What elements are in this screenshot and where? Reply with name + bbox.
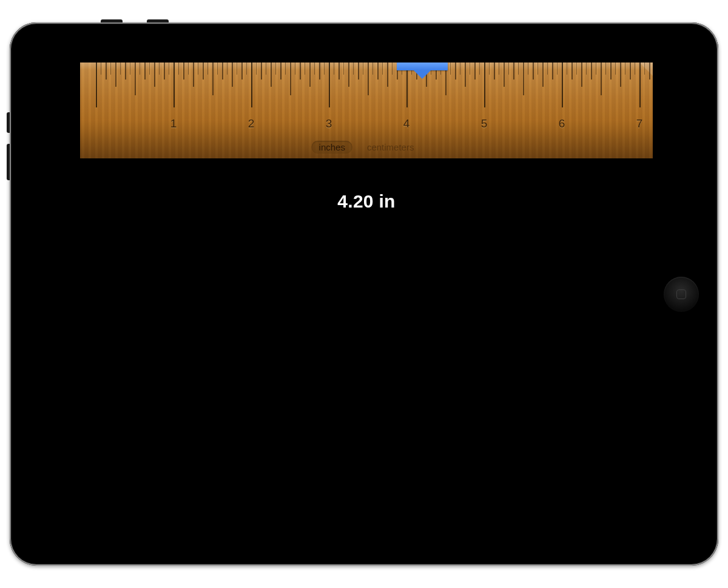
tick-mark bbox=[193, 63, 194, 87]
tick-mark bbox=[198, 63, 198, 75]
ruler-number: 6 bbox=[559, 117, 565, 130]
tick-mark bbox=[329, 63, 330, 107]
tick-mark bbox=[596, 63, 596, 75]
tick-mark bbox=[635, 63, 635, 75]
tick-mark bbox=[620, 63, 621, 87]
tick-mark bbox=[625, 63, 625, 75]
tick-mark bbox=[203, 63, 204, 79]
ruler-number: 5 bbox=[481, 117, 488, 130]
tick-mark bbox=[140, 63, 140, 75]
tick-mark bbox=[159, 63, 160, 75]
tick-mark bbox=[246, 63, 247, 75]
tick-mark bbox=[271, 63, 272, 87]
tick-mark bbox=[547, 63, 548, 75]
tick-mark bbox=[571, 63, 573, 79]
tick-mark bbox=[154, 63, 155, 87]
tick-mark bbox=[382, 63, 383, 75]
tick-mark bbox=[499, 63, 499, 75]
tick-mark bbox=[489, 63, 490, 75]
tick-mark bbox=[212, 63, 214, 95]
tick-mark bbox=[149, 63, 150, 75]
tick-mark bbox=[130, 63, 130, 75]
app-screen: 1234567 inches centimeters 4.20 in bbox=[80, 63, 653, 531]
tick-mark bbox=[232, 63, 233, 87]
tick-mark bbox=[256, 63, 257, 75]
tick-mark bbox=[372, 63, 373, 75]
tick-mark bbox=[334, 63, 334, 75]
tick-mark bbox=[610, 63, 612, 79]
device-bezel: 1234567 inches centimeters 4.20 in bbox=[12, 25, 716, 563]
unit-centimeters-button[interactable]: centimeters bbox=[360, 141, 422, 154]
tick-mark bbox=[552, 63, 553, 79]
tick-mark bbox=[644, 63, 645, 75]
tick-mark bbox=[285, 63, 286, 75]
tick-mark bbox=[280, 63, 281, 79]
home-icon bbox=[676, 289, 686, 299]
volume-buttons bbox=[101, 19, 174, 22]
physical-button-icon bbox=[147, 19, 169, 22]
tick-mark bbox=[353, 63, 354, 75]
tick-mark bbox=[324, 63, 325, 75]
tick-mark bbox=[649, 63, 650, 79]
tick-mark bbox=[96, 63, 97, 107]
tick-mark bbox=[217, 63, 218, 75]
tick-mark bbox=[504, 63, 505, 87]
tick-mark bbox=[115, 63, 116, 87]
marker-arrow-icon bbox=[414, 70, 431, 79]
home-button[interactable] bbox=[664, 277, 699, 312]
tick-mark bbox=[377, 63, 379, 79]
tick-mark bbox=[144, 63, 146, 79]
tick-mark bbox=[450, 63, 451, 75]
ruler-marker[interactable] bbox=[397, 63, 448, 79]
tick-mark bbox=[639, 63, 641, 107]
unit-inches-button[interactable]: inches bbox=[312, 141, 352, 154]
tick-mark bbox=[479, 63, 480, 75]
tick-mark bbox=[290, 63, 291, 95]
ruler-strip[interactable]: 1234567 inches centimeters bbox=[80, 63, 653, 158]
tick-mark bbox=[300, 63, 301, 79]
tick-mark bbox=[305, 63, 305, 75]
physical-switch-icon bbox=[7, 112, 10, 133]
tick-mark bbox=[101, 63, 101, 75]
tick-mark bbox=[207, 63, 208, 75]
tick-mark bbox=[533, 63, 534, 79]
tick-mark bbox=[484, 63, 485, 107]
tick-mark bbox=[188, 63, 189, 75]
tick-mark bbox=[538, 63, 538, 75]
tick-mark bbox=[106, 63, 107, 79]
tick-mark bbox=[110, 63, 111, 75]
marker-handle-icon bbox=[397, 63, 448, 70]
physical-button-icon bbox=[101, 19, 123, 22]
tick-mark bbox=[601, 63, 602, 95]
tick-mark bbox=[358, 63, 359, 79]
tick-mark bbox=[178, 63, 179, 75]
tick-mark bbox=[314, 63, 315, 75]
tick-mark bbox=[591, 63, 592, 79]
tick-mark bbox=[387, 63, 388, 87]
tick-mark bbox=[630, 63, 631, 79]
tick-mark bbox=[542, 63, 544, 87]
tick-mark bbox=[368, 63, 369, 95]
tick-mark bbox=[319, 63, 320, 79]
tick-mark bbox=[241, 63, 243, 79]
tick-mark bbox=[465, 63, 466, 87]
tick-mark bbox=[169, 63, 169, 75]
tick-mark bbox=[339, 63, 340, 79]
measurement-readout: 4.20 in bbox=[337, 191, 395, 212]
tick-mark bbox=[164, 63, 165, 79]
tick-mark bbox=[174, 63, 175, 107]
tick-mark bbox=[562, 63, 563, 107]
tick-mark bbox=[135, 63, 136, 95]
ruler-number: 2 bbox=[248, 117, 255, 130]
tick-mark bbox=[363, 63, 363, 75]
tick-mark bbox=[557, 63, 558, 75]
tick-mark bbox=[508, 63, 509, 75]
ruler-number: 4 bbox=[403, 117, 410, 130]
unit-toggle: inches centimeters bbox=[312, 141, 422, 154]
tick-mark bbox=[343, 63, 344, 75]
tick-mark bbox=[455, 63, 456, 79]
tick-mark bbox=[309, 63, 311, 87]
tick-mark bbox=[348, 63, 349, 87]
tick-mark bbox=[523, 63, 524, 95]
tick-mark bbox=[615, 63, 616, 75]
